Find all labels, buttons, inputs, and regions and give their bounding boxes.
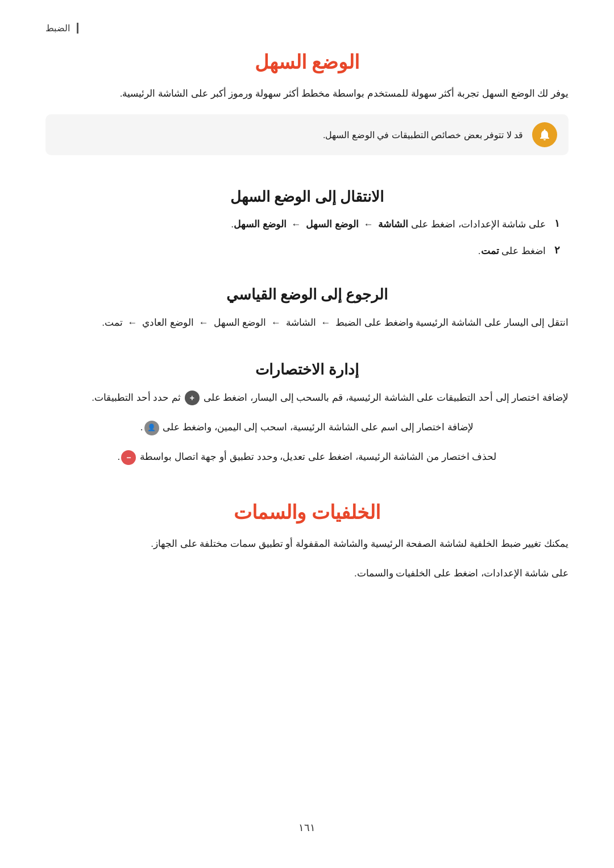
add-contact-shortcut: لإضافة اختصار إلى اسم على الشاشة الرئيسي… <box>45 418 569 437</box>
info-box: قد لا تتوفر بعض خصائص التطبيقات في الوضع… <box>45 114 569 155</box>
plus-icon: + <box>185 391 200 405</box>
step-2-number: ٢ <box>546 243 569 256</box>
backgrounds-description: يمكنك تغيير ضبط الخلفية لشاشة الصفحة الر… <box>45 535 569 553</box>
step-1-text: على شاشة الإعدادات، اضغط على الشاشة ← ال… <box>45 216 546 234</box>
step-1: ١ على شاشة الإعدادات، اضغط على الشاشة ← … <box>45 216 569 234</box>
info-note-text: قد لا تتوفر بعض خصائص التطبيقات في الوضع… <box>323 128 523 143</box>
backgrounds-title: الخلفيات والسمات <box>45 501 569 524</box>
step-2: ٢ اضغط على تمت. <box>45 243 569 260</box>
page-number: ١٦١ <box>45 799 569 834</box>
person-icon: 👤 <box>144 421 159 435</box>
add-app-shortcut: لإضافة اختصار إلى أحد التطبيقات على الشا… <box>45 389 569 407</box>
top-header: الضبط <box>45 23 78 34</box>
page-container: الضبط الوضع السهل يوفر لك الوضع السهل تج… <box>0 0 614 868</box>
backgrounds-instruction: على شاشة الإعدادات، اضغط على الخلفيات وا… <box>45 564 569 583</box>
shortcuts-title: إدارة الاختصارات <box>45 361 569 379</box>
remove-shortcut: لحذف اختصار من الشاشة الرئيسية، اضغط على… <box>45 448 569 466</box>
easy-mode-description: يوفر لك الوضع السهل تجربة أكثر سهولة للم… <box>45 85 569 103</box>
minus-icon: − <box>121 450 136 465</box>
return-standard-desc: انتقل إلى اليسار على الشاشة الرئيسية واض… <box>45 314 569 332</box>
step-2-text: اضغط على تمت. <box>45 243 546 260</box>
step-1-number: ١ <box>546 216 569 230</box>
warning-icon <box>532 122 557 147</box>
header-label: الضبط <box>45 23 70 34</box>
easy-mode-title: الوضع السهل <box>45 51 569 73</box>
switch-easy-title: الانتقال إلى الوضع السهل <box>45 188 569 206</box>
return-standard-title: الرجوع إلى الوضع القياسي <box>45 286 569 304</box>
